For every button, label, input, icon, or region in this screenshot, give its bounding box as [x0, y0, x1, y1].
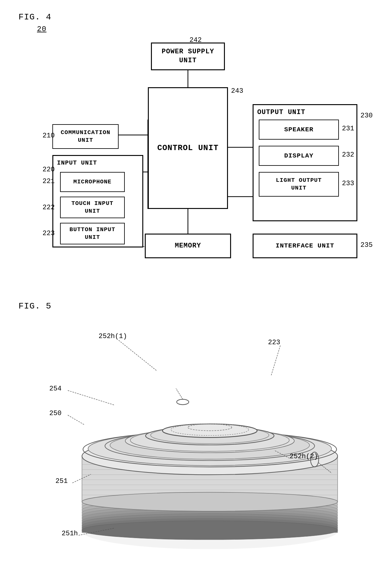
- svg-point-58: [177, 399, 189, 405]
- ref-252h2: 252h(2): [290, 453, 318, 460]
- page: FIG. 4 20 POWER SUPPLY UNIT 242: [0, 0, 382, 588]
- fig4-label: FIG. 4: [18, 12, 364, 22]
- microphone-ref: 221: [43, 178, 55, 185]
- fig4-diagram: POWER SUPPLY UNIT 242 CONTROL UNIT 243 M…: [37, 33, 376, 289]
- touch-input-block: TOUCH INPUT UNIT: [60, 197, 125, 218]
- output-ref: 230: [360, 112, 373, 120]
- control-unit-block: CONTROL UNIT: [148, 87, 228, 209]
- ref-252h1: 252h(1): [99, 333, 127, 340]
- power-supply-block: POWER SUPPLY UNIT: [151, 43, 225, 70]
- light-output-block: LIGHT OUTPUT UNIT: [259, 172, 339, 197]
- ref-223: 223: [268, 339, 280, 346]
- display-ref: 232: [342, 151, 354, 159]
- fig5-label: FIG. 5: [18, 301, 364, 311]
- svg-point-45: [82, 492, 338, 511]
- interface-block: INTERFACE UNIT: [253, 234, 357, 258]
- ref-250: 250: [49, 410, 62, 417]
- fig5-drawing: [37, 314, 376, 588]
- microphone-block: MICROPHONE: [60, 172, 125, 192]
- control-ref: 243: [231, 87, 243, 95]
- communication-block: COMMUNICATION UNIT: [52, 124, 119, 149]
- interface-ref: 235: [360, 241, 373, 249]
- svg-point-34: [82, 521, 338, 540]
- power-supply-ref: 242: [189, 36, 202, 44]
- display-block: DISPLAY: [259, 146, 339, 166]
- ref-254: 254: [49, 385, 62, 393]
- svg-line-59: [176, 388, 183, 399]
- speaker-block: SPEAKER: [259, 120, 339, 140]
- button-input-block: BUTTON INPUT UNIT: [60, 223, 125, 244]
- fig5-diagram: 252h(1) 223 254 250 252h(2) 251 251h: [37, 314, 376, 588]
- communication-ref: 210: [43, 132, 55, 140]
- memory-block: MEMORY: [145, 234, 231, 258]
- light-output-ref: 233: [342, 180, 354, 187]
- input-ref: 220: [43, 166, 55, 174]
- speaker-ref: 231: [342, 125, 354, 133]
- ref-251: 251: [55, 477, 68, 485]
- touch-input-ref: 222: [43, 204, 55, 211]
- ref-251h: 251h: [62, 530, 78, 537]
- button-input-ref: 223: [43, 230, 55, 237]
- device-ref: 20: [37, 25, 47, 33]
